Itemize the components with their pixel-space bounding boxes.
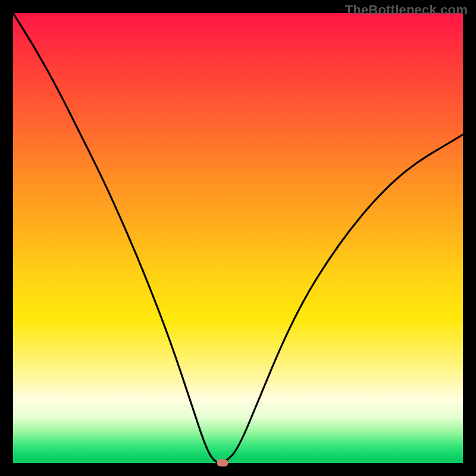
plot-gradient-background bbox=[13, 13, 463, 463]
watermark-text: TheBottleneck.com bbox=[345, 2, 468, 18]
chart-frame: TheBottleneck.com bbox=[0, 0, 476, 476]
minimum-marker bbox=[217, 459, 228, 466]
